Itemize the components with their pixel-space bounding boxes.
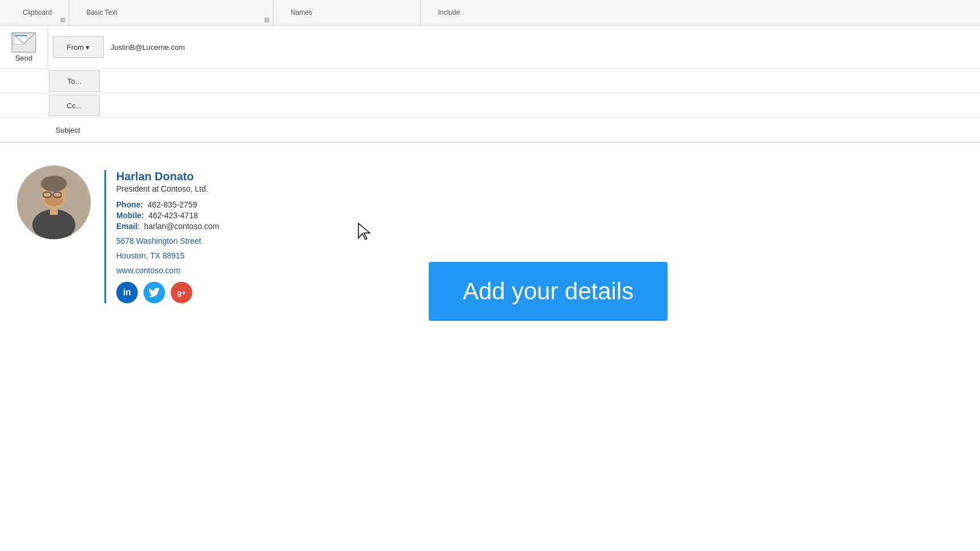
signature-content: Harlan Donato President at Contoso, Ltd.… — [104, 170, 219, 303]
email-value: harlan@contoso.com — [144, 222, 219, 231]
send-button[interactable]: Send — [7, 30, 41, 64]
add-details-button[interactable]: Add your details — [429, 262, 668, 321]
send-label: Send — [15, 54, 32, 62]
svg-rect-12 — [50, 206, 58, 215]
google-plus-icon[interactable]: g+ — [171, 282, 192, 303]
svg-point-6 — [41, 176, 67, 192]
include-label: Include — [438, 9, 460, 16]
toolbar-group-include: Include — [421, 0, 568, 25]
names-label: Names — [290, 9, 312, 16]
avatar — [17, 166, 91, 239]
sig-email: Email: harlan@contoso.com — [116, 222, 219, 231]
sig-website[interactable]: www.contoso.com — [116, 266, 219, 275]
send-icon — [11, 32, 36, 53]
cc-button[interactable]: Cc... — [49, 95, 100, 116]
social-icons: in g+ — [116, 282, 219, 303]
cc-row: Cc... — [0, 94, 980, 118]
linkedin-icon[interactable]: in — [116, 282, 138, 303]
subject-row: Subject — [0, 118, 980, 142]
from-value: JustinB@Lucerne.com — [106, 43, 980, 52]
email-body: Harlan Donato President at Contoso, Ltd.… — [0, 143, 980, 540]
email-label: Email — [116, 222, 137, 231]
subject-input[interactable] — [100, 119, 980, 141]
send-envelope-icon — [11, 32, 36, 53]
sig-phone: Phone: 462-835-2759 — [116, 200, 219, 209]
subject-label: Subject — [49, 126, 100, 134]
mobile-label: Mobile: — [116, 211, 144, 220]
sig-address-1: 5678 Washington Street — [116, 236, 219, 245]
basic-text-label: Basic Text — [86, 9, 117, 16]
to-button[interactable]: To... — [49, 70, 100, 92]
from-button[interactable]: From ▾ — [53, 36, 104, 58]
sig-address-2: Houston, TX 88915 — [116, 251, 219, 260]
mobile-value: 462-423-4718 — [149, 211, 198, 220]
to-input[interactable] — [102, 70, 980, 92]
add-details-area: Add your details — [429, 262, 668, 321]
sig-name: Harlan Donato — [116, 170, 219, 183]
send-area: Send — [0, 26, 48, 69]
toolbar: Clipboard ▧ Basic Text ▧ Names Include — [0, 0, 980, 26]
clipboard-label: Clipboard — [23, 9, 52, 16]
cc-input[interactable] — [102, 95, 980, 116]
toolbar-group-basic-text: Basic Text ▧ — [69, 0, 273, 25]
basic-text-expander[interactable]: ▧ — [264, 16, 269, 23]
email-header: Send From ▾ JustinB@Lucerne.com To... Cc… — [0, 26, 980, 143]
sig-mobile: Mobile: 462-423-4718 — [116, 211, 219, 220]
sig-title: President at Contoso, Ltd. — [116, 184, 219, 193]
from-row: Send From ▾ JustinB@Lucerne.com — [0, 26, 980, 69]
to-row: To... — [0, 69, 980, 94]
toolbar-group-clipboard: Clipboard ▧ — [6, 0, 69, 25]
toolbar-group-names: Names — [273, 0, 421, 25]
phone-value: 462-835-2759 — [147, 200, 197, 209]
clipboard-expander[interactable]: ▧ — [60, 16, 65, 23]
avatar-image — [17, 166, 91, 239]
phone-label: Phone: — [116, 200, 143, 209]
twitter-bird-icon — [148, 287, 160, 298]
twitter-icon[interactable] — [143, 282, 165, 303]
